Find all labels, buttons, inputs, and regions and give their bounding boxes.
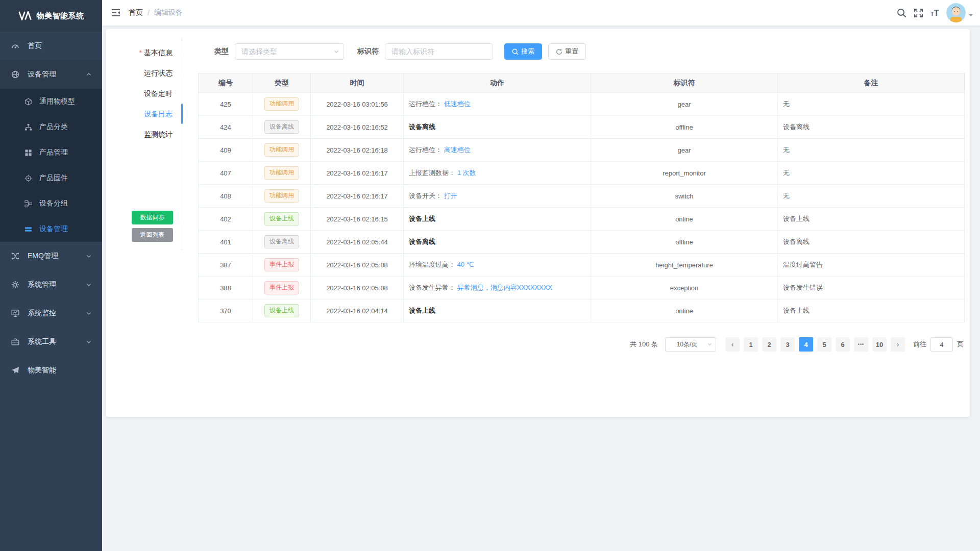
cell-identifier: height_temperature (591, 254, 778, 277)
user-menu[interactable] (946, 3, 973, 22)
cell-remark: 设备上线 (778, 208, 965, 231)
sidebar-item-emq[interactable]: EMQ管理 (0, 242, 102, 270)
back-to-list-button[interactable]: 返回列表 (132, 228, 173, 242)
paper-plane-icon (11, 366, 19, 374)
action-link[interactable]: 低速档位 (444, 100, 471, 108)
breadcrumb-home[interactable]: 首页 (129, 8, 143, 17)
sidebar-item-label: 系统管理 (28, 280, 86, 289)
type-select-input[interactable] (235, 43, 344, 60)
sidebar-item-label: 设备管理 (28, 70, 86, 79)
cell-time: 2022-03-16 02:04:14 (311, 299, 404, 322)
cell-id: 388 (199, 277, 253, 299)
type-label: 类型 (214, 47, 229, 56)
sidebar-item-label: 产品固件 (39, 173, 68, 183)
fullscreen-icon[interactable] (914, 8, 923, 18)
identifier-input[interactable] (385, 43, 493, 60)
type-select[interactable] (235, 43, 344, 60)
avatar[interactable] (946, 3, 966, 22)
search-icon[interactable] (897, 8, 906, 18)
cell-type: 功能调用 (253, 185, 311, 208)
action-link[interactable]: 打开 (444, 192, 457, 199)
action-link[interactable]: 异常消息，消息内容XXXXXXXX (457, 284, 552, 291)
page-size-input[interactable] (665, 337, 716, 352)
sidebar-item-label: 设备分组 (39, 199, 68, 208)
tab-device-log[interactable]: 设备日志 (106, 104, 173, 124)
breadcrumb-current: 编辑设备 (154, 8, 183, 17)
sidebar-item-wumei-smart[interactable]: 物美智能 (0, 356, 102, 385)
action-prefix: 上报监测数据： (409, 169, 457, 177)
tab-basic-info[interactable]: *基本信息 (106, 42, 173, 63)
page-button-5[interactable]: 5 (817, 337, 831, 352)
sidebar-item-thing-model[interactable]: 通用物模型 (0, 89, 102, 114)
cell-remark: 设备发生错误 (778, 277, 965, 299)
cell-remark: 无 (778, 162, 965, 185)
reset-button[interactable]: 重置 (548, 43, 586, 60)
page-button-1[interactable]: 1 (744, 337, 758, 352)
font-size-icon[interactable]: TT (930, 9, 939, 17)
cell-id: 425 (199, 93, 253, 116)
next-page-button[interactable]: › (891, 337, 905, 352)
type-tag: 功能调用 (264, 143, 299, 157)
col-action: 动作 (404, 73, 591, 93)
prev-page-button[interactable]: ‹ (725, 337, 740, 352)
sidebar-item-label: 通用物模型 (39, 97, 75, 106)
cell-type: 设备上线 (253, 299, 311, 322)
table-row: 387 事件上报 2022-03-16 02:05:08 环境温度过高： 40 … (199, 254, 965, 277)
tab-monitor-stats[interactable]: 监测统计 (106, 124, 173, 144)
header-tools: TT (897, 0, 973, 26)
list-bars-icon (24, 226, 32, 233)
type-tag: 设备离线 (264, 120, 299, 134)
identifier-field[interactable] (385, 43, 493, 60)
chevron-down-icon (86, 253, 92, 259)
col-id: 编号 (199, 73, 253, 93)
cell-id: 409 (199, 139, 253, 162)
sidebar-item-product-category[interactable]: 产品分类 (0, 114, 102, 140)
cell-id: 402 (199, 208, 253, 231)
data-sync-button[interactable]: 数据同步 (132, 211, 173, 224)
tab-run-status[interactable]: 运行状态 (106, 63, 173, 83)
cell-type: 事件上报 (253, 254, 311, 277)
cell-action: 设备离线 (404, 231, 591, 254)
sidebar-item-device-mgmt[interactable]: 设备管理 (0, 216, 102, 242)
tab-active-indicator (181, 104, 183, 124)
filter-bar: 类型 标识符 搜索 重置 (214, 43, 586, 60)
action-text: 设备离线 (409, 123, 435, 131)
type-tag: 设备离线 (264, 235, 299, 248)
cell-id: 387 (199, 254, 253, 277)
table-row: 424 设备离线 2022-03-16 02:16:52 设备离线 offlin… (199, 116, 965, 139)
search-button[interactable]: 搜索 (504, 43, 542, 60)
action-prefix: 设备发生异常： (409, 284, 457, 291)
app-logo[interactable]: 物美智能系统 (0, 0, 102, 32)
action-text: 设备离线 (409, 238, 435, 245)
action-link[interactable]: 高速档位 (444, 146, 471, 154)
sidebar-item-product-firmware[interactable]: 产品固件 (0, 165, 102, 191)
page-size-select[interactable] (665, 337, 716, 352)
sidebar-item-home[interactable]: 首页 (0, 32, 102, 60)
cell-action: 设备上线 (404, 208, 591, 231)
sidebar-item-system-tools[interactable]: 系统工具 (0, 328, 102, 356)
cell-type: 设备离线 (253, 116, 311, 139)
cell-type: 功能调用 (253, 93, 311, 116)
detail-tabs: *基本信息 运行状态 设备定时 设备日志 监测统计 (106, 42, 173, 144)
page-button-10[interactable]: 10 (872, 337, 887, 352)
more-pages-button[interactable]: ••• (854, 337, 868, 352)
sidebar-item-system-monitor[interactable]: 系统监控 (0, 299, 102, 328)
cell-identifier: online (591, 208, 778, 231)
cell-type: 设备离线 (253, 231, 311, 254)
tab-device-timer[interactable]: 设备定时 (106, 83, 173, 104)
action-link[interactable]: 40 ℃ (457, 261, 474, 268)
sidebar-item-device-management[interactable]: 设备管理 (0, 60, 102, 89)
sidebar-collapse-icon[interactable] (102, 9, 129, 17)
type-tag: 事件上报 (264, 281, 299, 294)
goto-page-input[interactable] (930, 337, 953, 352)
page-button-6[interactable]: 6 (836, 337, 850, 352)
page-button-4-active[interactable]: 4 (799, 337, 813, 352)
page-button-3[interactable]: 3 (780, 337, 795, 352)
page-button-2[interactable]: 2 (762, 337, 776, 352)
table-row: 401 设备离线 2022-03-16 02:05:44 设备离线 offlin… (199, 231, 965, 254)
sidebar-item-product-management[interactable]: 产品管理 (0, 140, 102, 165)
col-remark: 备注 (778, 73, 965, 93)
sidebar-item-system-management[interactable]: 系统管理 (0, 270, 102, 299)
sidebar-item-device-group[interactable]: 设备分组 (0, 191, 102, 216)
action-link[interactable]: 1 次数 (457, 169, 476, 177)
